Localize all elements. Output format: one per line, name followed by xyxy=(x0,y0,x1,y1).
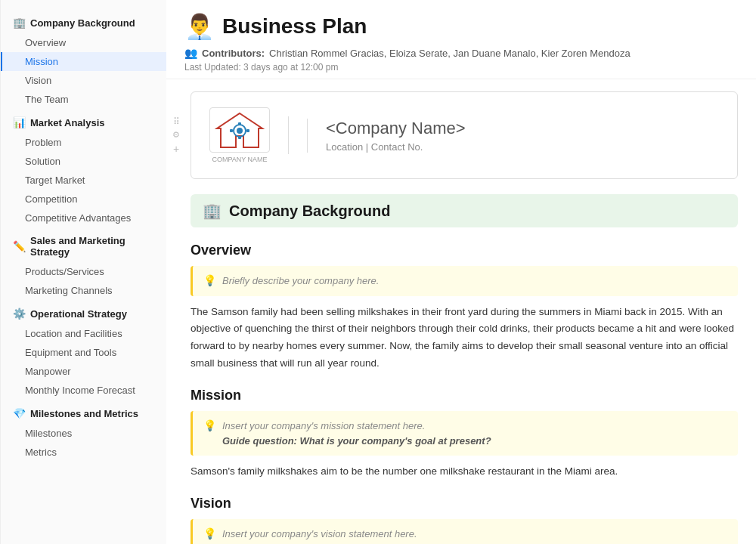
sidebar: 🏢 Company Background Overview Mission Vi… xyxy=(0,0,166,544)
market-icon: 📊 xyxy=(13,116,26,128)
svg-point-2 xyxy=(237,128,243,134)
section-header: 🏢 Company Background xyxy=(191,194,738,227)
company-name-area: <Company Name> Location | Contact No. xyxy=(307,119,466,153)
sidebar-item-manpower[interactable]: Manpower xyxy=(1,362,166,381)
sidebar-item-milestones[interactable]: Milestones xyxy=(1,424,166,443)
sidebar-section-title-company[interactable]: 🏢 Company Background xyxy=(1,12,166,33)
page-title: Business Plan xyxy=(222,14,367,39)
sidebar-section-label: Company Background xyxy=(30,17,135,29)
sidebar-item-competitive-advantages[interactable]: Competitive Advantages xyxy=(1,209,166,227)
sidebar-section-label: Market Analysis xyxy=(30,117,105,128)
sidebar-section-milestones: 💎 Milestones and Metrics Milestones Metr… xyxy=(1,403,166,462)
mission-heading: Mission xyxy=(191,388,738,403)
sidebar-section-sales-marketing: ✏️ Sales and Marketing Strategy Products… xyxy=(1,230,166,300)
company-logo-svg xyxy=(213,110,266,151)
vision-hint-icon: 💡 xyxy=(203,527,216,539)
mission-hint-icon: 💡 xyxy=(203,419,216,431)
sidebar-section-company-background: 🏢 Company Background Overview Mission Vi… xyxy=(1,12,166,109)
sidebar-item-solution[interactable]: Solution xyxy=(1,152,166,171)
sidebar-item-the-team[interactable]: The Team xyxy=(1,90,166,109)
svg-rect-4 xyxy=(238,136,241,139)
doc-emoji: 👨‍💼 xyxy=(184,12,215,41)
operational-icon: ⚙️ xyxy=(13,308,26,320)
card-divider xyxy=(288,116,289,154)
sidebar-item-problem[interactable]: Problem xyxy=(1,133,166,152)
section-header-title: Company Background xyxy=(229,202,390,220)
sidebar-item-location[interactable]: Location and Facilities xyxy=(1,324,166,343)
doc-header: 👨‍💼 Business Plan 👥 Contributors: Christ… xyxy=(166,0,756,79)
sidebar-item-mission[interactable]: Mission xyxy=(1,52,166,71)
contributors-icon: 👥 xyxy=(184,47,197,59)
contributors-label: Contributors: xyxy=(202,48,265,59)
overview-body: The Samson family had been selling milks… xyxy=(191,304,738,373)
doc-title-row: 👨‍💼 Business Plan xyxy=(184,12,738,41)
overview-hint-box: 💡 Briefly describe your company here. xyxy=(191,266,738,296)
sidebar-section-label: Operational Strategy xyxy=(30,308,127,320)
vision-hint-line1: Insert your company's vision statement h… xyxy=(222,527,489,542)
add-block-icon[interactable]: + xyxy=(173,143,179,155)
sidebar-item-vision[interactable]: Vision xyxy=(1,71,166,90)
overview-heading: Overview xyxy=(191,243,738,258)
mission-body: Samson's family milkshakes aim to be the… xyxy=(191,463,738,481)
sidebar-section-label: Sales and Marketing Strategy xyxy=(30,235,154,258)
svg-rect-5 xyxy=(246,129,249,132)
settings-icon[interactable]: ⚙ xyxy=(172,130,180,140)
sidebar-item-overview[interactable]: Overview xyxy=(1,33,166,52)
milestones-icon: 💎 xyxy=(13,407,26,419)
drag-handle-icon[interactable]: ⠿ xyxy=(173,116,180,127)
sidebar-item-metrics[interactable]: Metrics xyxy=(1,443,166,462)
vision-heading: Vision xyxy=(191,496,738,512)
sidebar-section-title-market[interactable]: 📊 Market Analysis xyxy=(1,112,166,133)
sidebar-item-equipment[interactable]: Equipment and Tools xyxy=(1,343,166,362)
sidebar-section-label: Milestones and Metrics xyxy=(30,408,138,419)
company-logo-area: COMPANY NAME xyxy=(209,107,270,163)
sidebar-item-income-forecast[interactable]: Monthly Income Forecast xyxy=(1,381,166,400)
contributors-row: 👥 Contributors: Christian Rommel Gracias… xyxy=(184,47,738,59)
sales-icon: ✏️ xyxy=(13,240,26,252)
section-header-emoji: 🏢 xyxy=(203,202,222,220)
mission-hint-box: 💡 Insert your company's mission statemen… xyxy=(191,411,738,456)
vision-hint-box: 💡 Insert your company's vision statement… xyxy=(191,519,738,544)
sidebar-section-title-milestones[interactable]: 💎 Milestones and Metrics xyxy=(1,403,166,424)
main-content: 👨‍💼 Business Plan 👥 Contributors: Christ… xyxy=(166,0,756,544)
vision-hint-content: Insert your company's vision statement h… xyxy=(222,527,489,544)
sidebar-item-competition[interactable]: Competition xyxy=(1,190,166,209)
sidebar-section-market-analysis: 📊 Market Analysis Problem Solution Targe… xyxy=(1,112,166,227)
mission-hint-line1: Insert your company's mission statement … xyxy=(222,419,491,434)
contributors-list: Christian Rommel Gracias, Eloiza Serate,… xyxy=(269,48,631,59)
hint-bulb-icon: 💡 xyxy=(203,274,216,286)
sidebar-section-title-operational[interactable]: ⚙️ Operational Strategy xyxy=(1,303,166,324)
svg-rect-3 xyxy=(238,122,241,125)
mission-hint-line2: Guide question: What is your company's g… xyxy=(222,434,491,449)
overview-hint-text: Briefly describe your company here. xyxy=(222,274,379,289)
svg-rect-6 xyxy=(230,129,233,132)
sidebar-item-target-market[interactable]: Target Market xyxy=(1,171,166,190)
company-icon: 🏢 xyxy=(13,17,26,29)
sidebar-item-products-services[interactable]: Products/Services xyxy=(1,262,166,281)
company-logo-box xyxy=(209,107,270,153)
sidebar-section-title-sales[interactable]: ✏️ Sales and Marketing Strategy xyxy=(1,230,166,262)
company-card: COMPANY NAME <Company Name> Location | C… xyxy=(191,91,738,179)
sidebar-section-operational: ⚙️ Operational Strategy Location and Fac… xyxy=(1,303,166,400)
mission-hint-content: Insert your company's mission statement … xyxy=(222,419,491,448)
company-logo-label: COMPANY NAME xyxy=(212,156,267,163)
sidebar-item-marketing-channels[interactable]: Marketing Channels xyxy=(1,281,166,300)
company-name-placeholder[interactable]: <Company Name> xyxy=(326,119,466,138)
last-updated: Last Updated: 3 days ago at 12:00 pm xyxy=(184,62,738,73)
company-contact: Location | Contact No. xyxy=(326,141,466,153)
